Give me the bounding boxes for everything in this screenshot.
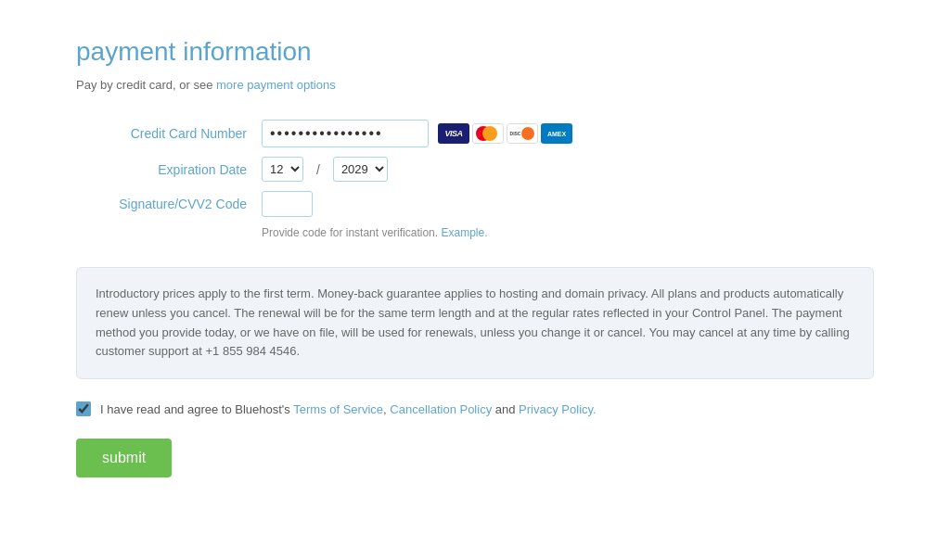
notice-text: Introductory prices apply to the first t… [96,285,854,362]
subtitle-text: Pay by credit card, or see [76,78,212,92]
cc-number-input[interactable] [262,120,429,147]
cvv-input[interactable] [262,191,313,217]
privacy-link[interactable]: Privacy Policy. [519,402,597,416]
page-container: payment information Pay by credit card, … [20,0,930,515]
exp-date-field: 01 02 03 04 05 06 07 08 09 10 11 12 / 20… [262,157,388,182]
payment-form: Credit Card Number VISA DISC AMEX [76,120,874,239]
page-title: payment information [76,37,874,67]
submit-button[interactable]: submit [76,439,172,477]
agreement-text: I have read and agree to Bluehost's Term… [100,402,597,416]
exp-date-label: Expiration Date [76,162,262,177]
cvv-example-link[interactable]: Example. [441,226,487,239]
exp-month-select[interactable]: 01 02 03 04 05 06 07 08 09 10 11 12 [262,157,303,182]
cancellation-link[interactable]: Cancellation Policy [390,402,492,416]
agreement-row: I have read and agree to Bluehost's Term… [76,401,874,416]
exp-date-row: Expiration Date 01 02 03 04 05 06 07 08 … [76,157,874,182]
visa-icon: VISA [438,123,469,144]
cvv-field [262,191,313,217]
agree-checkbox[interactable] [76,401,91,416]
mastercard-icon [472,123,504,144]
card-icons: VISA DISC AMEX [438,123,572,144]
cvv-label: Signature/CVV2 Code [76,197,262,211]
and-text: and [495,402,516,416]
cvv-help: Provide code for instant verification. E… [262,226,874,239]
more-payment-options-link[interactable]: more payment options [216,78,336,92]
discover-icon: DISC [507,123,538,144]
tos-link[interactable]: Terms of Service [293,402,383,416]
comma1: , [383,402,387,416]
exp-separator: / [316,162,320,177]
cvv-help-text: Provide code for instant verification. [262,226,438,239]
cc-number-row: Credit Card Number VISA DISC AMEX [76,120,874,147]
subtitle: Pay by credit card, or see more payment … [76,78,874,92]
cvv-row: Signature/CVV2 Code [76,191,874,217]
exp-year-select[interactable]: 2024 2025 2026 2027 2028 2029 2030 2031 … [333,157,388,182]
amex-icon: AMEX [541,123,572,144]
notice-box: Introductory prices apply to the first t… [76,267,874,379]
agreement-prefix: I have read and agree to Bluehost's [100,402,290,416]
cc-number-field: VISA DISC AMEX [262,120,572,147]
cc-number-label: Credit Card Number [76,126,262,141]
